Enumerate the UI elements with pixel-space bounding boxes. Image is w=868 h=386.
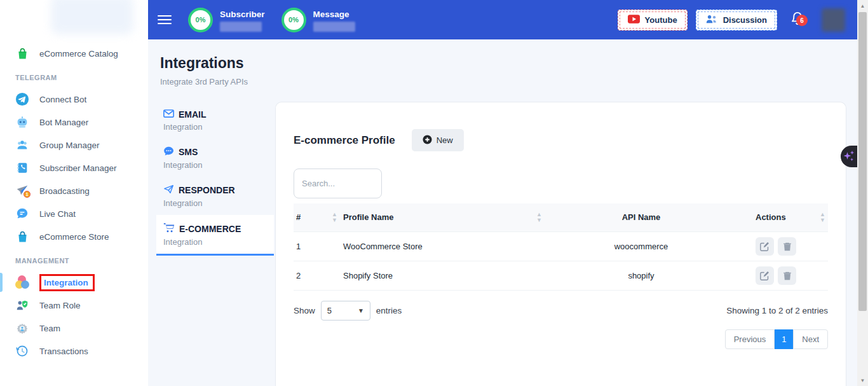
clock-icon (15, 344, 29, 358)
broadcast-plane-icon: 1 (15, 184, 29, 198)
vertical-scrollbar[interactable]: ▲ ▼ (857, 0, 868, 386)
main-content: Integrations Integrate 3rd Party APIs EM… (148, 39, 857, 386)
column-header-profile-name[interactable]: Profile Name▲▼ (340, 203, 545, 231)
annotation-highlight-box: Integration (39, 274, 95, 291)
previous-page-button[interactable]: Previous (725, 329, 775, 349)
notification-bell[interactable]: 6 (790, 11, 804, 29)
sidebar-item-group-manager[interactable]: Group Manager (0, 134, 148, 156)
tab-sms-integration[interactable]: SMS Integration (156, 139, 274, 177)
integration-subnav: EMAIL Integration SMS Integration RESPON… (156, 102, 274, 256)
ai-assistant-button[interactable] (841, 146, 857, 167)
message-stat-label: Message (313, 10, 355, 19)
show-label: Show (294, 306, 315, 315)
message-progress: 0% Message (281, 8, 355, 32)
broadcasting-badge: 1 (24, 191, 31, 198)
sidebar-item-label: eCommerce Catalog (39, 49, 118, 59)
notification-count-badge: 6 (796, 15, 808, 26)
contact-book-icon (15, 161, 29, 175)
column-header-number[interactable]: #▲▼ (294, 203, 340, 231)
tab-email-integration[interactable]: EMAIL Integration (156, 102, 274, 139)
entries-summary: Showing 1 to 2 of 2 entries (726, 306, 828, 315)
sidebar-item-label: Subscriber Manager (39, 163, 117, 173)
sidebar-item-label: Integration (44, 278, 88, 287)
scrollbar-thumb[interactable] (858, 12, 867, 311)
person-shield-icon (15, 298, 29, 312)
sidebar-item-label: Live Chat (39, 209, 76, 219)
page-size-select[interactable]: 5 ▼ (321, 301, 370, 321)
new-profile-button[interactable]: New (412, 129, 464, 151)
shopping-bag-green-icon (15, 46, 29, 60)
sidebar-item-integration[interactable]: Integration (0, 271, 148, 294)
robot-icon (15, 115, 29, 129)
sidebar-item-ecommerce-catalog[interactable]: eCommerce Catalog (0, 42, 148, 65)
responder-icon (163, 184, 174, 196)
sidebar-item-bot-manager[interactable]: Bot Manager (0, 111, 148, 134)
pagination: Previous 1 Next (294, 329, 828, 349)
column-header-actions[interactable]: Actions▲▼ (735, 203, 828, 231)
sidebar-item-connect-bot[interactable]: Connect Bot (0, 88, 148, 111)
sidebar-item-ecommerce-store[interactable]: eCommerce Store (0, 225, 148, 248)
sidebar-item-label: Connect Bot (39, 95, 86, 104)
sidebar-item-team-role[interactable]: Team Role (0, 294, 148, 317)
page-subtitle: Integrate 3rd Party APIs (160, 77, 857, 86)
current-page-button[interactable]: 1 (775, 329, 793, 349)
delete-button[interactable] (778, 266, 796, 285)
plus-circle-icon (423, 135, 432, 146)
entries-label: entries (376, 306, 402, 315)
sidebar-item-transactions[interactable]: Transactions (0, 340, 148, 362)
sidebar-item-live-chat[interactable]: Live Chat (0, 202, 148, 225)
message-stat-value-blurred (313, 22, 355, 32)
youtube-icon (628, 15, 640, 25)
profiles-table: #▲▼ Profile Name▲▼ API Name Actions▲▼ 1 … (294, 203, 828, 291)
table-row: 1 WooCommerce Store woocommerce (294, 231, 828, 261)
edit-button[interactable] (756, 237, 774, 256)
sort-icon: ▲▼ (536, 212, 542, 223)
search-input[interactable] (294, 169, 382, 198)
tab-responder-integration[interactable]: RESPONDER Integration (156, 177, 274, 215)
sidebar: eCommerce Catalog TELEGRAM Connect Bot B… (0, 0, 148, 386)
telegram-icon (15, 92, 29, 106)
subscriber-stat-value-blurred (220, 22, 262, 32)
sidebar-item-label: Team (39, 324, 60, 333)
next-page-button[interactable]: Next (793, 329, 828, 349)
sidebar-item-label: Bot Manager (39, 118, 88, 127)
sort-icon: ▲▼ (820, 212, 825, 223)
sidebar-item-label: Group Manager (39, 141, 100, 150)
panel-title: E-commerce Profile (294, 134, 395, 147)
ecommerce-profile-panel: E-commerce Profile New #▲▼ Profile Name▲… (275, 102, 846, 386)
chevron-down-icon: ▼ (358, 307, 364, 314)
chat-bubble-icon (15, 207, 29, 221)
column-header-api-name[interactable]: API Name (545, 203, 735, 231)
group-icon (15, 138, 29, 152)
active-item-indicator (0, 273, 3, 292)
hamburger-menu-icon[interactable] (158, 13, 172, 27)
gear-person-icon (15, 321, 29, 335)
sparkles-icon (843, 149, 855, 165)
sidebar-section-telegram: TELEGRAM (0, 65, 148, 88)
sidebar-item-label: eCommerce Store (39, 232, 109, 242)
user-avatar[interactable] (822, 8, 845, 32)
tab-ecommerce-integration[interactable]: E-COMMERCE Integration (156, 215, 274, 256)
shopping-bag-blue-icon (15, 230, 29, 244)
sidebar-item-label: Broadcasting (39, 186, 90, 196)
page-title: Integrations (160, 55, 857, 72)
app-logo (51, 0, 133, 34)
scroll-up-arrow-icon[interactable]: ▲ (857, 1, 868, 10)
table-header-row: #▲▼ Profile Name▲▼ API Name Actions▲▼ (294, 203, 828, 231)
sidebar-item-label: Team Role (39, 301, 81, 310)
sidebar-item-subscriber-manager[interactable]: Subscriber Manager (0, 156, 148, 179)
subscriber-progress-ring: 0% (188, 8, 213, 32)
discussion-button[interactable]: Discussion (696, 10, 777, 31)
sidebar-item-broadcasting[interactable]: 1 Broadcasting (0, 179, 148, 202)
subscriber-stat-label: Subscriber (220, 10, 265, 19)
top-header: 0% Subscriber 0% Message Youtube Discuss… (148, 0, 857, 39)
message-progress-ring: 0% (281, 8, 306, 32)
email-icon (163, 109, 174, 120)
scroll-down-arrow-icon[interactable]: ▼ (857, 376, 868, 385)
delete-button[interactable] (778, 237, 796, 256)
sidebar-item-team[interactable]: Team (0, 317, 148, 340)
edit-button[interactable] (756, 266, 774, 285)
table-row: 2 Shopify Store shopify (294, 261, 828, 290)
youtube-button[interactable]: Youtube (618, 10, 688, 31)
color-circles-icon (15, 275, 29, 289)
